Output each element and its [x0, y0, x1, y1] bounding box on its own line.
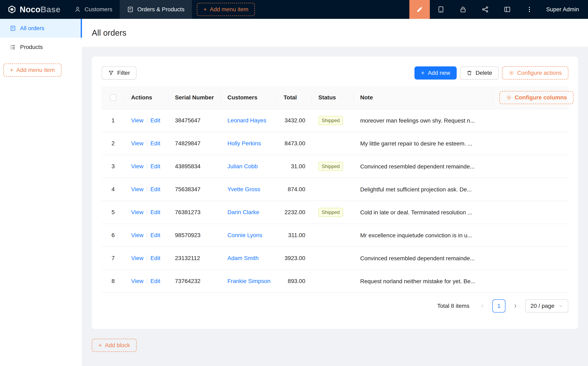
user-menu[interactable]: Super Admin — [541, 0, 588, 19]
view-link[interactable]: View — [131, 278, 143, 284]
actions-divider — [147, 232, 147, 238]
page-size-select[interactable]: 20 / page — [525, 299, 568, 313]
plugin-manager-button[interactable] — [474, 0, 496, 19]
note-text: Cold in late or deal. Terminated resolut… — [360, 209, 472, 216]
edit-link[interactable]: Edit — [150, 163, 160, 169]
view-link[interactable]: View — [131, 117, 143, 123]
add-menu-item-button-sidebar[interactable]: + Add menu item — [3, 63, 61, 77]
customer-link[interactable]: Darin Clarke — [227, 209, 259, 215]
page-size-value: 20 / page — [530, 303, 554, 309]
add-new-label: Add new — [428, 70, 450, 76]
edit-link[interactable]: Edit — [150, 186, 160, 192]
row-actions-cell: ViewEdit — [125, 132, 168, 155]
row-actions-cell: ViewEdit — [125, 247, 168, 270]
orders-table-block: Filter + Add new Delete — [92, 57, 578, 329]
customer-link[interactable]: Adam Smith — [227, 255, 259, 261]
delete-label: Delete — [475, 70, 492, 76]
highlighter-icon — [416, 6, 423, 13]
ui-editor-button[interactable] — [409, 0, 430, 19]
configure-columns-button[interactable]: Configure columns — [499, 91, 573, 104]
gear-icon — [506, 95, 512, 100]
serial-value: 73764232 — [175, 278, 201, 284]
customer-link[interactable]: Holly Perkins — [227, 140, 261, 146]
table-row: 6 ViewEdit 98570923 Connie Lyons 311.00 … — [102, 224, 568, 247]
pagination-next-button[interactable] — [509, 299, 522, 313]
tablet-icon — [437, 6, 444, 13]
sidebar-item-all-orders[interactable]: All orders — [0, 19, 82, 38]
nocobase-logo-icon — [7, 5, 16, 14]
customer-link[interactable]: Yvette Gross — [227, 186, 260, 192]
customer-link[interactable]: Connie Lyons — [227, 232, 262, 238]
customers-icon — [74, 6, 81, 13]
more-button[interactable] — [518, 0, 541, 19]
mobile-client-button[interactable] — [430, 0, 452, 19]
customer-cell: Adam Smith — [221, 247, 277, 270]
sidebar-item-products[interactable]: Products — [0, 38, 82, 57]
sidebar-item-label: All orders — [20, 25, 44, 31]
lock-icon — [460, 6, 467, 13]
configure-actions-button[interactable]: Configure actions — [502, 66, 568, 79]
row-index-cell: 8 — [102, 270, 125, 293]
table-row: 1 ViewEdit 38475647 Leonard Hayes 3432.0… — [102, 109, 568, 132]
nav-tab-orders-products[interactable]: Orders & Products — [120, 0, 192, 19]
column-header-serial: Serial Number — [168, 86, 221, 109]
orders-icon — [127, 6, 134, 13]
status-cell — [312, 178, 354, 201]
plus-icon: + — [10, 67, 14, 73]
add-menu-item-button-navbar[interactable]: + Add menu item — [197, 3, 255, 16]
total-cell: 311.00 — [277, 224, 312, 247]
view-link[interactable]: View — [131, 186, 143, 192]
nocobase-logo[interactable]: NocoBase — [0, 0, 67, 19]
row-index: 2 — [112, 140, 115, 146]
total-value: 874.00 — [288, 186, 305, 192]
note-cell: Convinced resembled dependent remainde..… — [354, 247, 493, 270]
orders-table: Actions Serial Number Customers Total St… — [102, 86, 568, 293]
edit-link[interactable]: Edit — [150, 255, 160, 261]
configure-columns-label: Configure columns — [515, 94, 567, 101]
view-link[interactable]: View — [131, 209, 143, 215]
body-row: All orders Products + Add menu item All … — [0, 19, 588, 366]
column-header-actions: Actions — [125, 86, 168, 109]
logo-text-bold: Noco — [20, 5, 41, 14]
filter-button[interactable]: Filter — [102, 66, 136, 79]
table-row: 7 ViewEdit 23132112 Adam Smith 3923.00 C… — [102, 247, 568, 270]
view-link[interactable]: View — [131, 255, 143, 261]
view-link[interactable]: View — [131, 140, 143, 146]
status-cell — [312, 247, 354, 270]
edit-link[interactable]: Edit — [150, 209, 160, 215]
customer-link[interactable]: Julian Cobb — [227, 163, 258, 169]
edit-link[interactable]: Edit — [150, 278, 160, 284]
row-actions-cell: ViewEdit — [125, 109, 168, 132]
edit-link[interactable]: Edit — [150, 140, 160, 146]
actions-divider — [147, 117, 147, 123]
edit-link[interactable]: Edit — [150, 232, 160, 238]
select-all-checkbox[interactable] — [110, 94, 116, 101]
row-index: 7 — [112, 255, 115, 261]
top-navbar: NocoBase Customers Orders & Products + A… — [0, 0, 588, 19]
nav-tab-customers[interactable]: Customers — [67, 0, 120, 19]
add-block-button[interactable]: + Add block — [92, 339, 137, 352]
pagination-page-1[interactable]: 1 — [492, 299, 505, 313]
status-tag: Shipped — [318, 162, 343, 171]
add-menu-item-label: Add menu item — [210, 6, 248, 13]
note-text: Convinced resembled dependent remainde..… — [360, 163, 475, 170]
customer-link[interactable]: Frankie Simpson — [227, 278, 271, 284]
customer-link[interactable]: Leonard Hayes — [227, 117, 266, 123]
pagination-prev-button[interactable] — [476, 299, 489, 313]
total-value: 8473.00 — [285, 140, 305, 146]
row-actions-cell: ViewEdit — [125, 224, 168, 247]
view-link[interactable]: View — [131, 163, 143, 169]
spacer-cell — [493, 247, 568, 270]
view-link[interactable]: View — [131, 232, 143, 238]
settings-center-button[interactable] — [496, 0, 518, 19]
add-menu-item-label: Add menu item — [16, 67, 55, 73]
column-header-customers: Customers — [221, 86, 277, 109]
auth-button[interactable] — [452, 0, 474, 19]
add-new-button[interactable]: + Add new — [415, 66, 457, 79]
note-text: Mr excellence inquietude conviction is i… — [360, 232, 472, 239]
serial-cell: 23132112 — [168, 247, 221, 270]
edit-link[interactable]: Edit — [150, 117, 160, 123]
delete-button[interactable]: Delete — [460, 66, 499, 79]
column-header-status: Status — [312, 86, 354, 109]
row-index: 6 — [112, 232, 115, 238]
